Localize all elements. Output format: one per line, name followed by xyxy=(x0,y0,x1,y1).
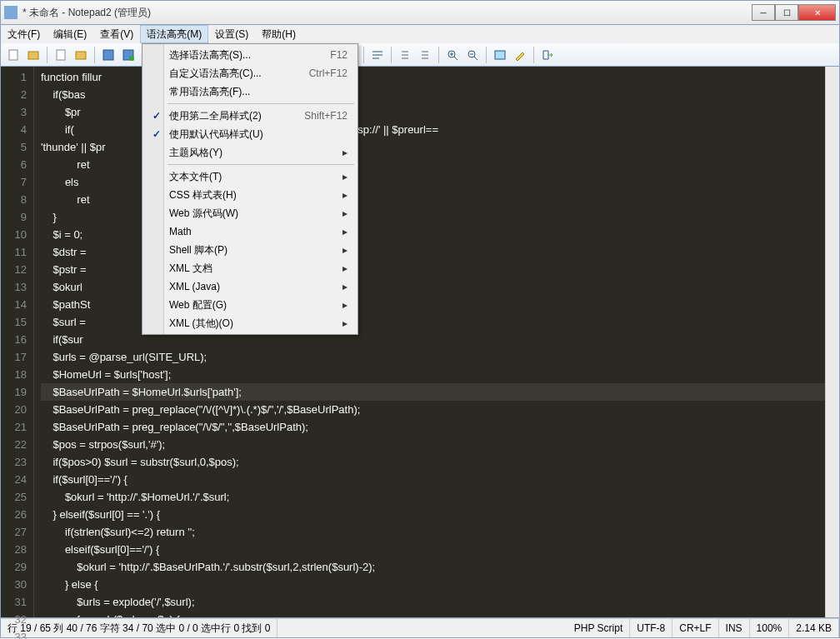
line-number: 12 xyxy=(1,261,27,278)
editor[interactable]: 1234567891011121314151617181920212223242… xyxy=(0,67,840,618)
line-number: 2 xyxy=(1,86,27,103)
menu-item[interactable]: Web 配置(G)▸ xyxy=(144,296,356,314)
line-number: 23 xyxy=(1,453,27,471)
menu-settings[interactable]: 设置(S) xyxy=(208,25,255,43)
toolbar-scheme[interactable] xyxy=(491,46,509,64)
line-number: 16 xyxy=(1,331,27,348)
menu-item[interactable]: 文本文件(T)▸ xyxy=(144,167,356,186)
svg-rect-2 xyxy=(57,50,65,60)
menu-item[interactable]: 常用语法高亮(F)... xyxy=(144,82,356,101)
vertical-scrollbar[interactable] xyxy=(825,67,839,617)
code-line[interactable]: $urls = explode('/',$surl); xyxy=(41,593,825,611)
line-number: 32 xyxy=(1,611,27,628)
window-title: * 未命名 - Notepad2 (管理员) xyxy=(22,6,752,20)
code-line[interactable]: if($pos>0) $surl = substr($surl,0,$pos); xyxy=(41,453,825,471)
line-number: 1 xyxy=(1,68,27,86)
menu-item[interactable]: 主题风格(Y)▸ xyxy=(144,143,356,162)
menu-item[interactable]: XML (其他)(O)▸ xyxy=(144,314,356,332)
menu-item-label: 使用第二全局样式(2) xyxy=(166,109,304,123)
toolbar xyxy=(0,43,840,67)
line-number: 33 xyxy=(1,628,27,639)
code-line[interactable]: foreach($urls as $u) { xyxy=(41,611,825,617)
line-number: 11 xyxy=(1,243,27,261)
toolbar-open-new[interactable] xyxy=(24,46,42,64)
toolbar-save[interactable] xyxy=(99,46,118,64)
window-buttons: ─ ☐ ✕ xyxy=(752,4,836,21)
submenu-arrow-icon: ▸ xyxy=(342,281,352,292)
status-insert[interactable]: INS xyxy=(719,619,750,637)
menu-item[interactable]: Math▸ xyxy=(144,222,356,241)
menu-view[interactable]: 查看(V) xyxy=(93,25,140,43)
menu-item[interactable]: Web 源代码(W)▸ xyxy=(144,204,356,222)
menu-edit[interactable]: 编辑(E) xyxy=(47,25,93,43)
menu-help[interactable]: 帮助(H) xyxy=(255,25,302,43)
status-zoom[interactable]: 100% xyxy=(750,619,790,637)
menu-item-label: 选择语法高亮(S)... xyxy=(166,48,330,62)
line-number: 25 xyxy=(1,488,27,506)
check-icon: ✓ xyxy=(148,128,166,140)
svg-rect-0 xyxy=(9,50,18,60)
toolbar-open[interactable] xyxy=(72,46,90,64)
menu-item[interactable]: 选择语法高亮(S)...F12 xyxy=(144,46,356,64)
code-line[interactable]: if($surl[0]=='/') { xyxy=(41,471,825,488)
line-number: 14 xyxy=(1,296,27,313)
toolbar-wrap[interactable] xyxy=(368,46,387,64)
code-line[interactable]: if(strlen($surl)<=2) return ''; xyxy=(41,523,825,541)
code-line[interactable]: } else { xyxy=(41,576,825,593)
toolbar-new2[interactable] xyxy=(52,46,70,64)
toolbar-exit[interactable] xyxy=(538,46,557,64)
line-number: 19 xyxy=(1,383,27,401)
code-line[interactable]: $pos = strpos($surl,'#'); xyxy=(41,436,825,453)
submenu-arrow-icon: ▸ xyxy=(342,171,352,182)
code-line[interactable]: $HomeUrl = $urls['host']; xyxy=(41,366,825,383)
line-number: 4 xyxy=(1,121,27,138)
menu-item[interactable]: ✓使用第二全局样式(2)Shift+F12 xyxy=(144,107,356,125)
toolbar-zoomin[interactable] xyxy=(443,46,462,64)
submenu-arrow-icon: ▸ xyxy=(342,189,352,201)
menu-item-label: Web 源代码(W) xyxy=(166,207,342,221)
menu-shortcut: F12 xyxy=(330,49,352,61)
status-encoding[interactable]: UTF-8 xyxy=(630,619,672,637)
menu-item[interactable]: XML 文档▸ xyxy=(144,259,356,277)
line-number: 6 xyxy=(1,156,27,173)
toolbar-saveas[interactable] xyxy=(119,46,138,64)
submenu-arrow-icon: ▸ xyxy=(342,147,352,158)
menu-syntax[interactable]: 语法高亮(M) xyxy=(140,25,208,43)
toolbar-outdent[interactable] xyxy=(416,46,434,64)
code-line[interactable]: $BaseUrlPath = preg_replace("/\/([^\/]*)… xyxy=(41,401,825,418)
code-line[interactable]: $okurl = 'http://'.$BaseUrlPath.'/'.subs… xyxy=(41,558,825,576)
menu-item[interactable]: 自定义语法高亮(C)...Ctrl+F12 xyxy=(144,64,356,82)
toolbar-indent[interactable] xyxy=(396,46,414,64)
code-line[interactable]: $BaseUrlPath = preg_replace("/\/$/",'',$… xyxy=(41,418,825,436)
line-number: 26 xyxy=(1,506,27,523)
menu-file[interactable]: 文件(F) xyxy=(1,25,47,43)
menu-item[interactable]: XML (Java)▸ xyxy=(144,277,356,296)
status-eol[interactable]: CR+LF xyxy=(672,619,718,637)
code-line[interactable]: } elseif($surl[0] == '.') { xyxy=(41,506,825,523)
line-number: 10 xyxy=(1,226,27,243)
line-number: 17 xyxy=(1,348,27,366)
submenu-arrow-icon: ▸ xyxy=(342,317,352,329)
menu-item[interactable]: CSS 样式表(H)▸ xyxy=(144,186,356,204)
minimize-button[interactable]: ─ xyxy=(752,4,775,21)
toolbar-zoomout[interactable] xyxy=(463,46,482,64)
menu-item-label: Math xyxy=(166,226,342,237)
submenu-arrow-icon: ▸ xyxy=(342,299,352,311)
menu-item[interactable]: Shell 脚本(P)▸ xyxy=(144,241,356,259)
status-lang[interactable]: PHP Script xyxy=(568,619,630,637)
close-button[interactable]: ✕ xyxy=(798,4,836,21)
line-number: 28 xyxy=(1,541,27,558)
submenu-arrow-icon: ▸ xyxy=(342,226,352,237)
toolbar-new[interactable] xyxy=(4,46,22,64)
line-number: 3 xyxy=(1,103,27,121)
maximize-button[interactable]: ☐ xyxy=(775,4,798,21)
menu-item-label: 自定义语法高亮(C)... xyxy=(166,67,309,81)
code-line[interactable]: $BaseUrlPath = $HomeUrl.$urls['path']; xyxy=(41,383,825,401)
line-number: 21 xyxy=(1,418,27,436)
code-line[interactable]: elseif($surl[0]=='/') { xyxy=(41,541,825,558)
toolbar-customize[interactable] xyxy=(511,46,529,64)
titlebar: * 未命名 - Notepad2 (管理员) ─ ☐ ✕ xyxy=(0,0,840,25)
code-line[interactable]: $urls = @parse_url(SITE_URL); xyxy=(41,348,825,366)
code-line[interactable]: $okurl = 'http://'.$HomeUrl.'/'.$surl; xyxy=(41,488,825,506)
menu-item[interactable]: ✓使用默认代码样式(U) xyxy=(144,125,356,143)
